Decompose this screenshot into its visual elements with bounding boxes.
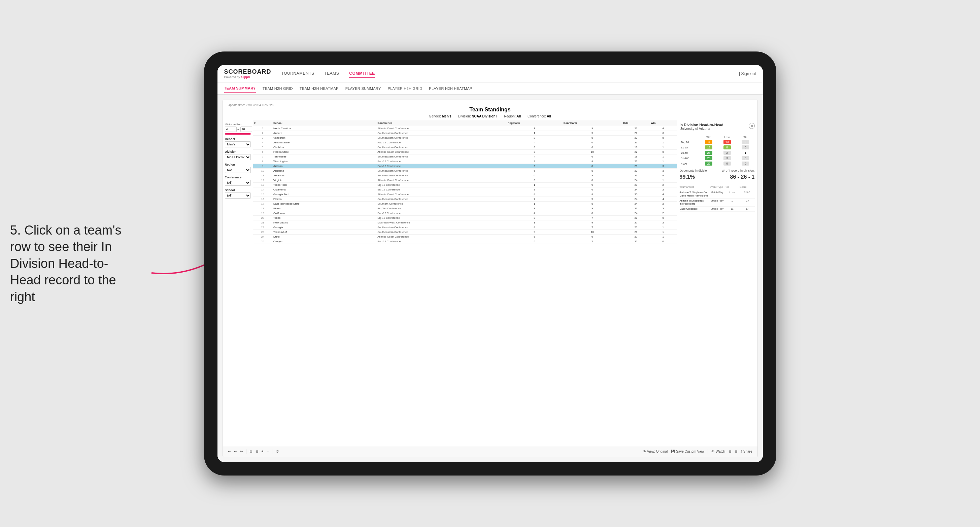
watch-button[interactable]: 👁 Watch: [711, 449, 725, 453]
table-row[interactable]: 8 Washington Pac-12 Conference 2 8 23 1: [253, 159, 677, 164]
instruction-text: 5. Click on a team's row to see their In…: [10, 222, 138, 305]
left-filters: Minimum Rou... – Gender Men's: [223, 120, 253, 446]
subnav-team-h2h-heatmap[interactable]: TEAM H2H HEATMAP: [300, 85, 339, 92]
filter-row: Gender: Men's Division: NCAA Division I …: [228, 114, 752, 118]
subnav-team-summary[interactable]: TEAM SUMMARY: [224, 84, 256, 92]
min-rounds-filter: Minimum Rou... –: [225, 123, 251, 135]
subnav-team-h2h-grid[interactable]: TEAM H2H GRID: [262, 85, 293, 92]
opponents-label: Opponents in division:: [680, 169, 710, 172]
redo-button[interactable]: ↪: [240, 449, 243, 453]
h2h-panel: In Division Head-to-Head University of A…: [677, 120, 757, 446]
layout-button[interactable]: ⊞: [729, 449, 731, 453]
table-row[interactable]: 25 Oregon Pac-12 Conference 5 7 21 0: [253, 239, 677, 244]
division-filter-group: Division NCAA Division I: [225, 150, 251, 160]
region-select[interactable]: N/A: [225, 167, 251, 173]
subnav-player-h2h-heatmap[interactable]: PLAYER H2H HEATMAP: [429, 85, 472, 92]
table-row[interactable]: 23 Texas A&M Southeastern Conference 9 1…: [253, 230, 677, 235]
col-school: School: [272, 120, 376, 126]
table-row[interactable]: 14 Oklahoma Big 12 Conference 3 6 24 2: [253, 187, 677, 192]
h2h-row: Top 10 3 13 0: [680, 139, 755, 145]
t-col-tournament: Tournament: [680, 186, 710, 189]
table-row[interactable]: 16 Florida Southeastern Conference 7 9 2…: [253, 197, 677, 202]
h2h-row: 26-50 25 2 1: [680, 150, 755, 156]
gender-filter: Gender: Men's: [429, 114, 452, 118]
undo-button[interactable]: ↩: [228, 449, 231, 453]
table-row[interactable]: 5 Ole Miss Southeastern Conference 3 6 1…: [253, 145, 677, 150]
nav-committee[interactable]: COMMITTEE: [349, 69, 375, 78]
scoreboard-panel: Update time: 27/03/2024 16:56:26 Team St…: [223, 100, 758, 457]
table-row[interactable]: 15 Georgia Tech Atlantic Coast Conferenc…: [253, 192, 677, 197]
h2h-col-label: [680, 135, 700, 139]
tablet-frame: SCOREBOARD Powered by clippd TOURNAMENTS…: [204, 51, 776, 476]
h2h-col-loss: Loss: [718, 135, 736, 139]
gender-filter-group: Gender Men's: [225, 137, 251, 148]
paste-button[interactable]: ⊞: [256, 449, 258, 453]
col-conference: Conference: [376, 120, 506, 126]
max-rounds-input[interactable]: [240, 127, 252, 132]
gender-select[interactable]: Men's: [225, 141, 251, 148]
table-row[interactable]: 22 Georgia Southeastern Conference 8 7 2…: [253, 225, 677, 230]
school-select[interactable]: (All): [225, 192, 251, 198]
table-row[interactable]: 2 Auburn Southeastern Conference 1 9 27 …: [253, 131, 677, 136]
table-row[interactable]: 11 Arkansas Southeastern Conference 6 8 …: [253, 173, 677, 178]
opponents-row: Opponents in division: W-L-T record in-d…: [680, 169, 755, 172]
team-table-wrapper: # School Conference Reg Rank Conf Rank R…: [253, 120, 677, 446]
table-row[interactable]: 3 Vanderbilt Southeastern Conference 2 8…: [253, 136, 677, 140]
minus-button[interactable]: –: [267, 449, 269, 453]
table-row[interactable]: 19 California Pac-12 Conference 4 8 24 2: [253, 211, 677, 216]
h2h-table-header: Win Loss Tie: [680, 135, 755, 139]
toolbar-sep-2: [272, 449, 272, 454]
min-rounds-input[interactable]: [225, 127, 237, 132]
table-row[interactable]: 10 Alabama Southeastern Conference 5 8 2…: [253, 168, 677, 173]
table-row[interactable]: 21 New Mexico Mountain West Conference 1…: [253, 221, 677, 225]
table-row[interactable]: 12 Virginia Atlantic Coast Conference 3 …: [253, 178, 677, 183]
table-row[interactable]: 7 Tennessee Southeastern Conference 4 6 …: [253, 154, 677, 159]
grid-button[interactable]: ⊟: [735, 449, 737, 453]
nav-teams[interactable]: TEAMS: [324, 69, 339, 78]
add-button[interactable]: +: [262, 449, 264, 453]
h2h-table-body: Top 10 3 13 0 11-25 11 8 0 26-50 25 2 1 …: [680, 139, 755, 166]
time-button[interactable]: ⏱: [276, 449, 279, 453]
table-header-row: # School Conference Reg Rank Conf Rank R…: [253, 120, 677, 126]
tournament-header: Tournament Event Type Pos Score: [680, 185, 755, 189]
copy-button[interactable]: ⧉: [250, 449, 252, 454]
col-conf-rank: Conf Rank: [562, 120, 622, 126]
table-row[interactable]: 18 Illinois Big Ten Conference 1 9 23 3: [253, 206, 677, 211]
update-time: Update time: 27/03/2024 16:56:26: [228, 103, 752, 107]
undo2-button[interactable]: ↩: [234, 449, 237, 453]
toolbar-sep-3: [708, 449, 708, 454]
conference-select[interactable]: (All): [225, 180, 251, 186]
school-label: School: [225, 189, 251, 192]
division-label: Division: [225, 150, 251, 154]
sign-out-link[interactable]: | Sign out: [739, 71, 756, 76]
table-row[interactable]: 6 Florida State Atlantic Coast Conferenc…: [253, 150, 677, 154]
nav-tournaments[interactable]: TOURNAMENTS: [282, 69, 315, 78]
powered-by: Powered by clippd: [224, 75, 271, 79]
share-button[interactable]: ⤴ Share: [741, 449, 752, 453]
table-row[interactable]: 24 Duke Atlantic Coast Conference 5 9 27…: [253, 235, 677, 239]
h2h-row: 51-100 20 3 0: [680, 156, 755, 161]
rounds-slider[interactable]: [225, 133, 251, 135]
save-custom-button[interactable]: 💾 Save Custom View: [671, 449, 704, 453]
table-row[interactable]: 13 Texas Tech Big 12 Conference 1 9 27 2: [253, 183, 677, 187]
col-win: Win: [650, 120, 677, 126]
logo-area: SCOREBOARD Powered by clippd: [224, 68, 271, 79]
col-rank: #: [253, 120, 273, 126]
table-row[interactable]: 20 Texas Big 12 Conference 3 7 20 0: [253, 216, 677, 221]
t-col-type: Event Type: [710, 186, 725, 189]
panel-header: Update time: 27/03/2024 16:56:26 Team St…: [223, 100, 757, 120]
h2h-close-button[interactable]: ✕: [749, 123, 755, 129]
subnav-player-summary[interactable]: PLAYER SUMMARY: [345, 85, 381, 92]
col-reg-rank: Reg Rank: [507, 120, 563, 126]
table-row[interactable]: 4 Arizona State Pac-12 Conference 4 6 26…: [253, 140, 677, 145]
toolbar-sep-1: [246, 449, 247, 454]
tournament-row: Cabo Collegiate Stroke Play 11 17: [680, 206, 755, 212]
subnav-player-h2h-grid[interactable]: PLAYER H2H GRID: [388, 85, 423, 92]
table-row[interactable]: 9 Arizona Pac-12 Conference 5 8 23 3: [253, 164, 677, 168]
division-select[interactable]: NCAA Division I: [225, 154, 251, 160]
wlt-value: 86 - 26 - 1: [730, 174, 755, 180]
table-row[interactable]: 1 North Carolina Atlantic Coast Conferen…: [253, 126, 677, 131]
view-original-button[interactable]: 👁 View: Original: [643, 449, 668, 453]
tournament-section: Tournament Event Type Pos Score Jackson …: [680, 183, 755, 212]
table-row[interactable]: 17 East Tennessee State Southern Confere…: [253, 202, 677, 206]
